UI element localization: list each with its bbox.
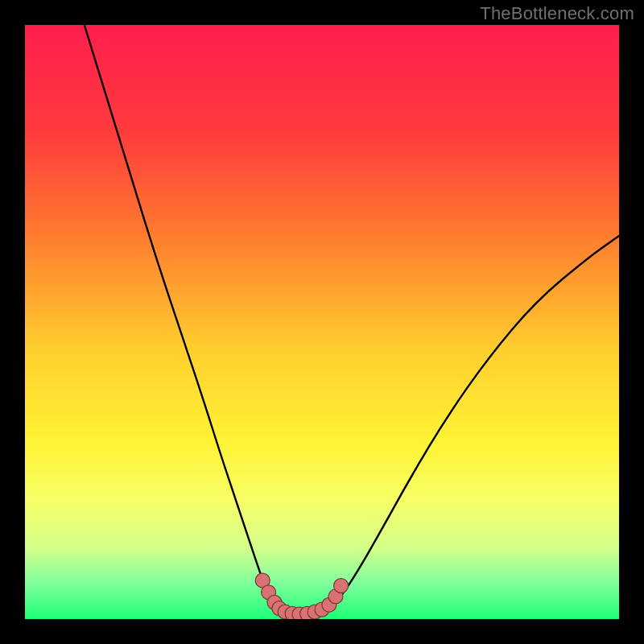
marker-dot (334, 579, 349, 593)
gradient-background (25, 25, 619, 619)
chart-frame: TheBottleneck.com (0, 0, 644, 644)
plot-area (25, 25, 619, 619)
watermark-text: TheBottleneck.com (480, 3, 634, 24)
chart-svg (25, 25, 619, 619)
